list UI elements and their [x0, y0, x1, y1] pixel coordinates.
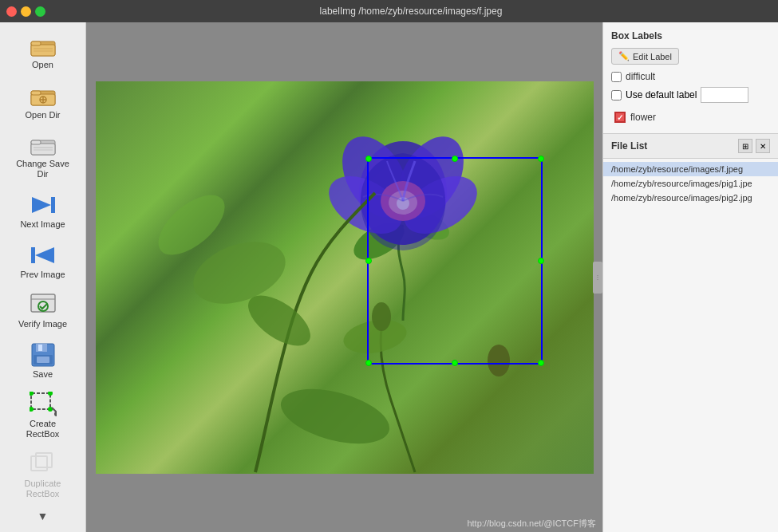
svg-rect-27	[37, 357, 49, 363]
change-save-dir-button[interactable]: Change Save Dir	[7, 128, 79, 185]
box-labels-title: Box Labels	[611, 30, 770, 41]
default-label-checkbox[interactable]	[611, 90, 622, 100]
window-controls	[6, 6, 45, 17]
difficult-row: difficult	[611, 71, 770, 82]
watermark-text: http://blog.csdn.net/@ICTCF博客	[467, 518, 596, 530]
svg-point-48	[274, 378, 395, 453]
file-list-controls: ⊞ ✕	[738, 139, 770, 153]
file-item-0[interactable]: /home/zyb/resource/images/f.jpeg	[603, 162, 778, 176]
svg-point-29	[30, 392, 34, 396]
svg-point-32	[48, 407, 53, 412]
svg-rect-20	[31, 294, 55, 312]
box-labels-section: Box Labels ✏️ Edit Label difficult Use d…	[603, 22, 778, 134]
bbox-handle-br[interactable]	[538, 360, 544, 366]
save-button[interactable]: Save	[7, 337, 79, 384]
svg-point-46	[397, 197, 409, 210]
label-list: flower	[611, 109, 770, 125]
toolbar: Open Open Dir	[0, 22, 86, 532]
svg-point-44	[381, 181, 425, 221]
next-image-icon	[29, 193, 57, 218]
label-flower-checkbox[interactable]	[614, 112, 626, 123]
bbox-handle-tl[interactable]	[365, 156, 372, 162]
svg-line-33	[52, 408, 57, 412]
file-list-items[interactable]: /home/zyb/resource/images/f.jpeg /home/z…	[603, 159, 778, 532]
duplicate-rectbox-label: Duplicate RectBox	[14, 479, 73, 499]
default-label-text[interactable]: Use default label	[626, 89, 697, 100]
svg-rect-19	[31, 247, 35, 263]
svg-marker-16	[32, 197, 51, 213]
label-flower-text: flower	[630, 112, 656, 123]
create-rectbox-button[interactable]: Create RectBox	[7, 388, 79, 444]
svg-marker-18	[35, 247, 54, 263]
svg-point-52	[372, 302, 391, 331]
more-tools-button[interactable]: ▼	[34, 506, 52, 526]
verify-image-label: Verify Image	[18, 319, 67, 329]
close-button[interactable]	[6, 6, 17, 17]
change-save-dir-label: Change Save Dir	[14, 159, 73, 179]
svg-point-53	[488, 345, 510, 376]
bbox-handle-ml[interactable]	[365, 258, 372, 264]
bbox-handle-tr[interactable]	[538, 156, 544, 162]
duplicate-rectbox-icon	[29, 451, 57, 477]
default-label-input[interactable]	[701, 87, 748, 103]
bbox-handle-mr[interactable]	[538, 258, 544, 264]
svg-point-40	[329, 124, 421, 228]
svg-point-38	[400, 203, 453, 246]
next-image-button[interactable]: Next Image	[7, 188, 79, 235]
svg-rect-7	[31, 91, 41, 95]
default-label-row: Use default label	[611, 87, 770, 103]
edit-icon: ✏️	[618, 51, 630, 61]
svg-point-47	[184, 230, 294, 315]
save-label: Save	[33, 369, 53, 380]
svg-point-51	[239, 286, 318, 356]
svg-rect-13	[31, 140, 41, 144]
svg-point-34	[54, 412, 57, 416]
canvas-area[interactable]: ⋮	[86, 22, 602, 532]
bounding-box[interactable]	[367, 157, 543, 365]
svg-rect-25	[38, 345, 42, 351]
verify-image-icon	[29, 293, 57, 317]
create-rectbox-icon	[29, 392, 57, 417]
edit-label-button[interactable]: ✏️ Edit Label	[611, 48, 679, 65]
main-container: Open Open Dir	[0, 22, 778, 532]
open-label: Open	[32, 60, 53, 70]
svg-point-30	[48, 392, 53, 396]
file-list-expand-button[interactable]: ⊞	[738, 139, 752, 153]
file-list-header: File List ⊞ ✕	[603, 134, 778, 159]
file-item-2[interactable]: /home/zyb/resource/images/pig2.jpg	[603, 191, 778, 205]
svg-point-39	[359, 141, 447, 245]
svg-point-50	[341, 315, 409, 357]
save-icon	[29, 342, 57, 368]
scroll-handle[interactable]: ⋮	[593, 262, 602, 294]
svg-rect-17	[51, 197, 55, 213]
svg-point-41	[385, 124, 477, 228]
file-list-title: File List	[611, 140, 647, 152]
svg-rect-35	[31, 456, 47, 471]
svg-rect-36	[36, 453, 52, 467]
minimize-button[interactable]	[21, 6, 31, 17]
bbox-handle-bm[interactable]	[452, 360, 458, 366]
svg-point-49	[148, 183, 235, 266]
create-rectbox-label: Create RectBox	[14, 419, 73, 439]
difficult-label[interactable]: difficult	[626, 71, 655, 82]
svg-point-45	[389, 191, 417, 215]
flower-image	[96, 81, 594, 474]
difficult-checkbox[interactable]	[611, 72, 622, 82]
open-button[interactable]: Open	[7, 29, 79, 76]
label-item-flower[interactable]: flower	[611, 109, 770, 125]
duplicate-rectbox-button[interactable]: Duplicate RectBox	[7, 447, 79, 503]
verify-image-button[interactable]: Verify Image	[7, 288, 79, 335]
prev-image-button[interactable]: Prev Image	[7, 238, 79, 285]
svg-point-43	[393, 164, 487, 246]
bbox-handle-bl[interactable]	[365, 360, 372, 366]
file-item-1[interactable]: /home/zyb/resource/images/pig1.jpe	[603, 176, 778, 191]
svg-rect-2	[31, 41, 41, 45]
maximize-button[interactable]	[35, 6, 45, 17]
window-title: labelImg /home/zyb/resource/images/f.jpe…	[50, 6, 772, 17]
prev-image-icon	[29, 242, 57, 267]
open-dir-icon	[29, 84, 57, 108]
file-list-close-button[interactable]: ✕	[756, 139, 770, 153]
bbox-handle-tm[interactable]	[452, 156, 458, 162]
open-dir-button[interactable]: Open Dir	[7, 79, 79, 126]
next-image-label: Next Image	[20, 219, 65, 230]
